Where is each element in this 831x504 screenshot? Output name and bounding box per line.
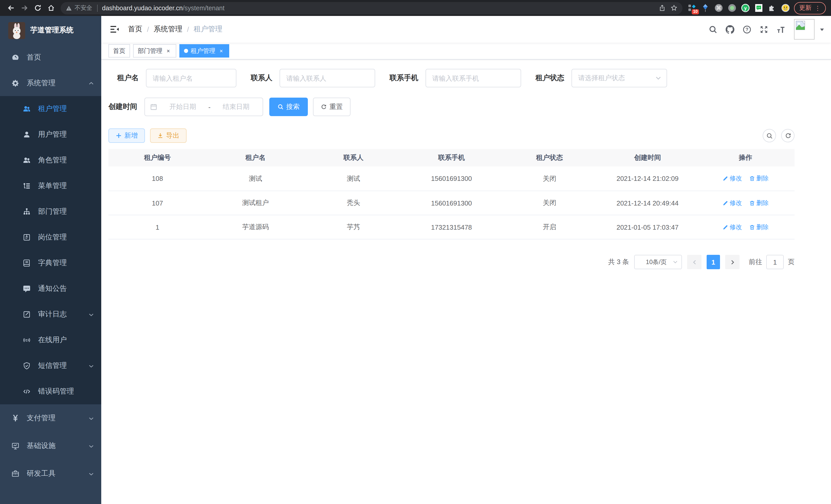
- sidebar-collapse-icon[interactable]: [110, 24, 120, 34]
- app-title: 芋道管理系统: [30, 26, 74, 35]
- mobile-input[interactable]: [426, 69, 521, 87]
- address-bar[interactable]: 不安全 dashboard.yudao.iocoder.cn/system/te…: [61, 2, 683, 14]
- recorder-extension[interactable]: [728, 4, 737, 12]
- sidebar-item-通知公告[interactable]: 通知公告: [0, 276, 101, 302]
- sidebar-item-label: 用户管理: [38, 130, 94, 139]
- chevron-down-icon: [88, 443, 94, 449]
- chevron-down-icon: [88, 363, 94, 368]
- next-page-button[interactable]: [725, 255, 740, 269]
- emoji-extension[interactable]: [781, 4, 790, 12]
- cell-id: 1: [109, 223, 206, 231]
- github-icon[interactable]: [723, 23, 737, 36]
- download-icon: [157, 132, 164, 139]
- search-icon[interactable]: [706, 23, 719, 36]
- sidebar-item-label: 通知公告: [38, 284, 94, 293]
- avatar-caret-down-icon[interactable]: [819, 26, 825, 32]
- help-question-icon[interactable]: ?: [740, 23, 753, 36]
- browser-forward-icon[interactable]: [18, 1, 31, 14]
- sidebar-logo[interactable]: 芋道管理系统: [0, 16, 101, 45]
- sidebar-item-岗位管理[interactable]: 岗位管理: [0, 225, 101, 250]
- sidebar-item-角色管理[interactable]: 角色管理: [0, 147, 101, 173]
- delete-link[interactable]: 删除: [749, 174, 769, 183]
- pinned-grid-extension[interactable]: 10: [688, 4, 696, 12]
- status-select[interactable]: 请选择租户状态: [571, 69, 667, 87]
- contact-label: 联系人: [251, 73, 280, 83]
- sidebar-item-审计日志[interactable]: 审计日志: [0, 302, 101, 327]
- total-count: 共 3 条: [608, 258, 629, 267]
- sidebar-item-菜单管理[interactable]: 菜单管理: [0, 173, 101, 199]
- contact-input[interactable]: [280, 69, 375, 87]
- edit-link[interactable]: 修改: [722, 199, 742, 207]
- balloon-extension[interactable]: [701, 4, 710, 12]
- user-avatar[interactable]: [794, 19, 814, 39]
- search-button[interactable]: 搜索: [269, 98, 308, 116]
- bookmark-star-icon[interactable]: [671, 5, 677, 11]
- yudao-extension[interactable]: y: [741, 4, 750, 12]
- tab-首页[interactable]: 首页: [109, 44, 130, 58]
- sidebar-item-label: 研发工具: [27, 469, 88, 478]
- search-icon: [766, 132, 773, 139]
- page-number-button[interactable]: 1: [707, 255, 720, 269]
- browser-reload-icon[interactable]: [31, 1, 44, 14]
- main-area: 首页/系统管理/租户管理 ? 首页部门管理×租户管理×: [101, 16, 831, 504]
- sidebar-item-字典管理[interactable]: 字典管理: [0, 250, 101, 276]
- command-extension[interactable]: ⌘: [714, 4, 723, 12]
- tenant-name-input[interactable]: [146, 69, 236, 87]
- sidebar-item-短信管理[interactable]: 短信管理: [0, 353, 101, 379]
- sms-shield-icon: [23, 362, 31, 370]
- create-time-range-picker[interactable]: 开始日期 - 结束日期: [144, 98, 263, 116]
- export-button[interactable]: 导出: [150, 128, 187, 143]
- org-chart-icon: [23, 208, 31, 216]
- sidebar-item-租户管理[interactable]: 租户管理: [0, 96, 101, 122]
- chevron-up-icon: [88, 80, 94, 86]
- tab-close-icon[interactable]: ×: [165, 48, 172, 54]
- sidebar-item-首页[interactable]: 首页: [0, 45, 101, 70]
- delete-link[interactable]: 删除: [749, 199, 769, 207]
- browser-home-icon[interactable]: [44, 1, 58, 14]
- browser-back-icon[interactable]: [4, 1, 18, 14]
- cell-created: 2021-01-05 17:03:47: [598, 223, 696, 231]
- breadcrumb-item[interactable]: 系统管理: [154, 25, 182, 34]
- edit-link[interactable]: 修改: [722, 174, 742, 183]
- security-indicator[interactable]: 不安全: [66, 4, 92, 12]
- table-row: 1芋道源码芋艿17321315478开启2021-01-05 17:03:47修…: [109, 215, 795, 239]
- user-icon: [23, 130, 31, 139]
- warning-triangle-icon: [66, 5, 72, 11]
- sidebar-item-支付管理[interactable]: 支付管理: [0, 404, 101, 432]
- reset-button[interactable]: 重置: [313, 98, 350, 116]
- edit-link[interactable]: 修改: [722, 223, 742, 232]
- prev-page-button[interactable]: [687, 255, 701, 269]
- sidebar-item-在线用户[interactable]: 在线用户: [0, 327, 101, 353]
- tab-部门管理[interactable]: 部门管理×: [133, 44, 176, 58]
- add-button[interactable]: 新增: [109, 128, 145, 143]
- tab-close-icon[interactable]: ×: [218, 48, 225, 54]
- delete-link[interactable]: 删除: [749, 223, 769, 232]
- sidebar-item-研发工具[interactable]: 研发工具: [0, 460, 101, 487]
- tab-租户管理[interactable]: 租户管理×: [179, 44, 229, 58]
- goto-page-input[interactable]: [766, 255, 784, 269]
- sidebar-item-基础设施[interactable]: 基础设施: [0, 432, 101, 460]
- delete-icon: [749, 200, 755, 206]
- sidebar-item-系统管理[interactable]: 系统管理: [0, 70, 101, 96]
- refresh-table-button[interactable]: [781, 129, 795, 142]
- browser-update-button[interactable]: 更新 ⋮: [794, 2, 826, 14]
- url-text[interactable]: dashboard.yudao.iocoder.cn/system/tenant: [102, 4, 659, 11]
- show-search-button[interactable]: [763, 129, 776, 142]
- puzzle-extension[interactable]: [768, 4, 776, 12]
- edit-label: 修改: [729, 223, 742, 232]
- breadcrumb-item[interactable]: 首页: [128, 25, 142, 34]
- browser-menu-dots-icon[interactable]: ⋮: [814, 4, 821, 11]
- sidebar-item-用户管理[interactable]: 用户管理: [0, 122, 101, 147]
- page-size-select[interactable]: 10条/页: [634, 255, 682, 269]
- chevron-left-icon: [691, 259, 697, 265]
- column-header: 操作: [697, 153, 795, 162]
- font-size-icon[interactable]: [774, 23, 787, 36]
- sidebar-item-label: 字典管理: [38, 259, 94, 268]
- share-icon[interactable]: [659, 5, 665, 11]
- fullscreen-icon[interactable]: [757, 23, 770, 36]
- chat-extension[interactable]: [754, 4, 763, 12]
- sidebar-item-错误码管理[interactable]: 错误码管理: [0, 379, 101, 404]
- tab-label: 部门管理: [138, 47, 163, 55]
- column-header: 租户状态: [500, 153, 598, 162]
- sidebar-item-部门管理[interactable]: 部门管理: [0, 199, 101, 225]
